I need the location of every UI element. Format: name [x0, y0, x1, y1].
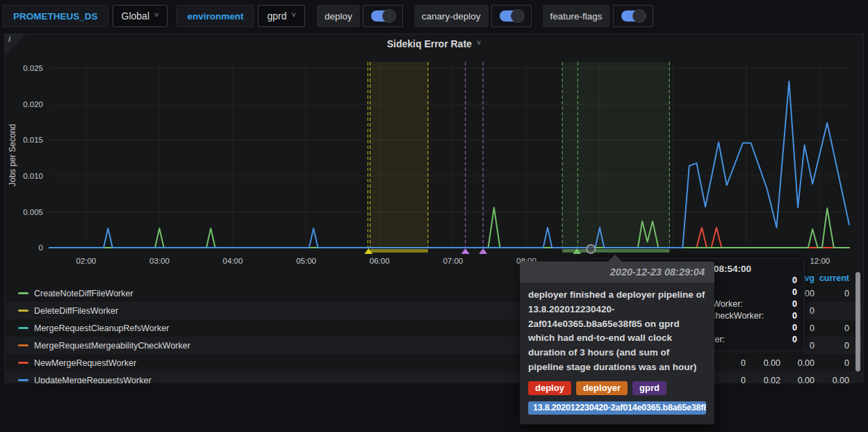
legend-min-value: 0	[718, 358, 746, 368]
hover-tooltip-value: 0	[792, 287, 797, 297]
datasource-dropdown[interactable]: Global ˅	[113, 5, 168, 27]
annotation-text: deployer finished a deployer pipeline of…	[528, 288, 706, 375]
annotation-region	[370, 62, 428, 248]
y-axis-label: Jobs per Second	[8, 124, 17, 186]
y-tick-label: 0.020	[23, 100, 43, 109]
switch-canary-deploy[interactable]	[500, 10, 523, 22]
x-tick-label: 02:00	[76, 257, 96, 265]
toggle-label-canary-deploy: canary-deploy	[414, 5, 489, 27]
toggle-canary-deploy[interactable]	[491, 5, 532, 27]
hover-tooltip-value: 0	[792, 299, 797, 309]
y-tick-label: 0.010	[23, 172, 43, 180]
switch-knob	[511, 9, 525, 23]
legend-row: UpdateMergeRequestsWorker 0 0.02 0.00 0.…	[6, 371, 864, 383]
hover-tooltip-value: 0	[792, 275, 797, 285]
annotation-region	[562, 62, 669, 248]
annotation-tag-deploy[interactable]: deploy	[528, 381, 571, 395]
chevron-down-icon: ˅	[291, 11, 295, 19]
switch-knob	[632, 9, 646, 23]
annotation-tag-deployer[interactable]: deployer	[576, 381, 628, 395]
toggle-label-deploy: deploy	[317, 5, 360, 27]
x-tick-label: 03:00	[149, 257, 170, 265]
hover-tooltip-value: 0	[792, 335, 797, 344]
legend-current-value: 0	[814, 289, 849, 298]
annotation-timestamp: 2020-12-23 08:29:04	[520, 262, 714, 282]
hover-tooltip-value: 0	[792, 311, 797, 321]
series-color-dash-icon	[18, 292, 28, 294]
series-NewMergeRequestWorker[interactable]	[49, 227, 849, 248]
x-tick-label: 07:00	[443, 257, 463, 265]
legend-current-value: 0	[814, 341, 849, 351]
y-tick-label: 0.015	[23, 136, 43, 144]
chevron-down-icon: ˅	[154, 11, 158, 19]
x-tick-label: 06:00	[370, 257, 390, 265]
y-tick-label: 0.005	[23, 208, 43, 216]
timeseries-chart[interactable]: 00.0050.0100.0150.0200.02502:0003:0004:0…	[5, 54, 865, 272]
legend-min-value: 0	[718, 376, 746, 384]
annotation-release-tag[interactable]: 13.8.202012230420-2af014e0365.b8a65e38f8…	[528, 401, 706, 415]
toggle-label-feature-flags: feature-flags	[543, 5, 610, 27]
legend-current-value: 0.00	[814, 376, 849, 384]
legend-avg-value: 0.00	[780, 376, 814, 384]
series-CreateNoteDiffFileWorker[interactable]	[49, 207, 849, 248]
legend-max-value: 0.00	[746, 358, 780, 368]
annotation-marker-icon[interactable]	[461, 248, 470, 254]
series-color-dash-icon	[18, 310, 28, 312]
datasource-label[interactable]: PROMETHEUS_DS	[3, 5, 108, 27]
switch-deploy[interactable]	[371, 10, 395, 22]
hover-tooltip-value: 0	[792, 323, 797, 333]
environment-label[interactable]: environment	[177, 5, 254, 27]
datasource-value: Global	[122, 10, 149, 22]
legend-max-value: 0.02	[746, 376, 780, 384]
legend-header-current[interactable]: current	[814, 273, 849, 283]
legend-current-value: 0	[814, 358, 849, 368]
x-tick-label: 05:00	[296, 257, 316, 265]
environment-value: gprd	[267, 10, 286, 22]
chevron-down-icon: ˅	[477, 39, 481, 47]
legend-current-value: 0	[814, 323, 849, 333]
annotation-tags: deploydeployergprd	[528, 381, 706, 395]
switch-feature-flags[interactable]	[621, 10, 645, 22]
legend-scrollbar[interactable]	[855, 272, 860, 371]
toggle-feature-flags[interactable]	[613, 5, 653, 27]
series-color-dash-icon	[18, 344, 28, 346]
annotation-hover-marker-icon[interactable]	[587, 245, 595, 253]
annotation-marker-icon[interactable]	[479, 248, 487, 254]
panel-title: Sidekiq Error Rate	[387, 38, 472, 49]
toggle-deploy[interactable]	[363, 5, 403, 27]
annotation-tag-gprd[interactable]: gprd	[632, 381, 666, 395]
x-tick-label: 04:00	[223, 257, 243, 265]
y-tick-label: 0	[39, 243, 43, 252]
variables-bar: PROMETHEUS_DS Global ˅ environment gprd …	[0, 0, 868, 32]
series-color-dash-icon	[18, 362, 28, 364]
series-color-dash-icon	[18, 379, 28, 381]
x-tick-label: 12:00	[810, 257, 830, 265]
switch-knob	[382, 9, 396, 23]
legend-row: NewMergeRequestWorker 0 0.00 0.00 0	[6, 354, 864, 371]
annotation-tooltip: 2020-12-23 08:29:04 deployer finished a …	[520, 262, 714, 424]
legend-avg-value: 0.00	[780, 358, 814, 368]
annotation-region-bar[interactable]	[370, 249, 428, 253]
series-color-dash-icon	[18, 327, 28, 329]
panel-title-menu[interactable]: Sidekiq Error Rate ˅	[5, 34, 863, 54]
y-tick-label: 0.025	[23, 64, 43, 72]
environment-dropdown[interactable]: gprd ˅	[258, 5, 304, 27]
series-UpdateMergeRequestsWorker[interactable]	[49, 81, 849, 248]
